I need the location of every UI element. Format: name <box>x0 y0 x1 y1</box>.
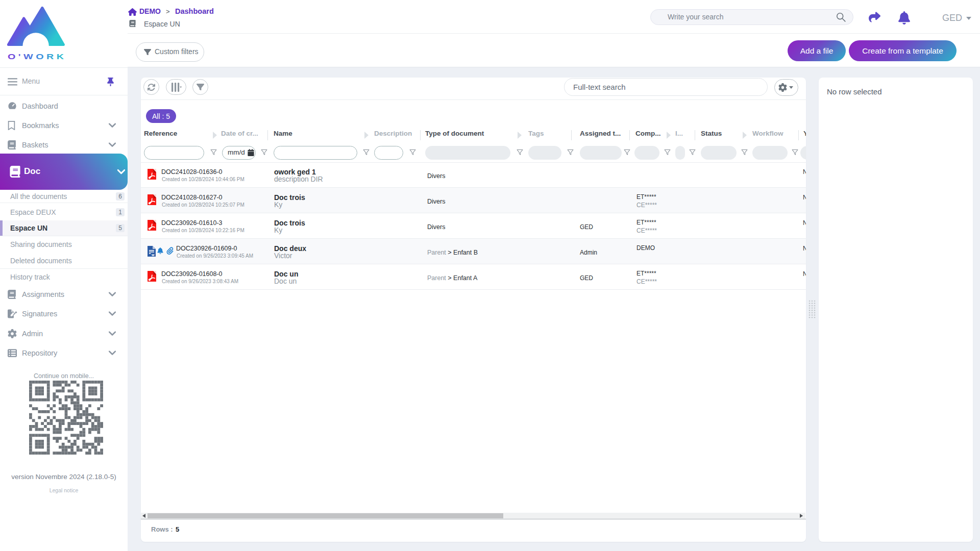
svg-text:O ' W O R K: O ' W O R K <box>8 52 64 61</box>
